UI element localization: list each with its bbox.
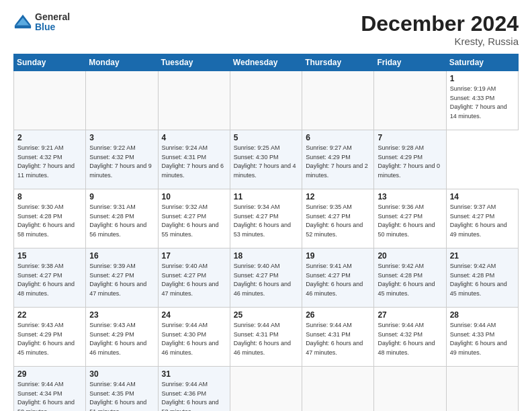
day-info: Sunrise: 9:44 AMSunset: 4:32 PMDaylight:…	[378, 321, 442, 357]
day-info: Sunrise: 9:35 AMSunset: 4:27 PMDaylight:…	[306, 203, 370, 239]
day-cell-3: 3Sunrise: 9:22 AMSunset: 4:32 PMDaylight…	[86, 130, 158, 189]
logo: General Blue	[13, 12, 70, 33]
day-cell-10: 10Sunrise: 9:32 AMSunset: 4:27 PMDayligh…	[158, 189, 230, 248]
calendar-table: Sunday Monday Tuesday Wednesday Thursday…	[13, 54, 519, 411]
day-info: Sunrise: 9:43 AMSunset: 4:29 PMDaylight:…	[89, 321, 154, 357]
day-info: Sunrise: 9:43 AMSunset: 4:29 PMDaylight:…	[17, 321, 82, 357]
day-number: 24	[162, 310, 226, 320]
day-number: 17	[162, 251, 226, 261]
day-number: 10	[162, 192, 226, 201]
day-number: 27	[378, 310, 442, 320]
day-info: Sunrise: 9:44 AMSunset: 4:34 PMDaylight:…	[17, 380, 82, 411]
day-number: 13	[378, 192, 442, 201]
day-info: Sunrise: 9:41 AMSunset: 4:27 PMDaylight:…	[306, 262, 370, 298]
day-number: 6	[306, 133, 370, 142]
day-info: Sunrise: 9:42 AMSunset: 4:28 PMDaylight:…	[378, 262, 442, 298]
day-cell-18: 18Sunrise: 9:40 AMSunset: 4:27 PMDayligh…	[230, 248, 302, 308]
day-number: 18	[234, 251, 298, 261]
day-number: 12	[306, 192, 370, 201]
day-cell-7: 7Sunrise: 9:28 AMSunset: 4:29 PMDaylight…	[374, 130, 446, 189]
day-info: Sunrise: 9:38 AMSunset: 4:27 PMDaylight:…	[17, 262, 82, 298]
day-cell-30: 30Sunrise: 9:44 AMSunset: 4:35 PMDayligh…	[86, 367, 158, 411]
day-number: 5	[234, 133, 298, 142]
day-cell-12: 12Sunrise: 9:35 AMSunset: 4:27 PMDayligh…	[302, 189, 374, 248]
day-info: Sunrise: 9:40 AMSunset: 4:27 PMDaylight:…	[162, 262, 226, 298]
day-info: Sunrise: 9:27 AMSunset: 4:29 PMDaylight:…	[306, 144, 370, 180]
day-number: 28	[450, 310, 515, 320]
day-number: 31	[162, 369, 226, 379]
logo-blue-text: Blue	[35, 22, 70, 32]
day-number: 20	[378, 251, 442, 261]
calendar-week-1: 2Sunrise: 9:21 AMSunset: 4:32 PMDaylight…	[14, 130, 519, 189]
logo-text: General Blue	[35, 12, 70, 33]
day-info: Sunrise: 9:44 AMSunset: 4:31 PMDaylight:…	[306, 321, 370, 357]
day-cell-28: 28Sunrise: 9:44 AMSunset: 4:33 PMDayligh…	[446, 308, 518, 367]
day-cell-21: 21Sunrise: 9:42 AMSunset: 4:28 PMDayligh…	[446, 248, 518, 308]
day-cell-9: 9Sunrise: 9:31 AMSunset: 4:28 PMDaylight…	[86, 189, 158, 248]
col-thursday: Thursday	[302, 54, 374, 71]
day-cell-19: 19Sunrise: 9:41 AMSunset: 4:27 PMDayligh…	[302, 248, 374, 308]
day-number: 4	[162, 133, 226, 142]
day-info: Sunrise: 9:28 AMSunset: 4:29 PMDaylight:…	[378, 144, 442, 180]
title-month: December 2024	[361, 12, 519, 36]
day-info: Sunrise: 9:30 AMSunset: 4:28 PMDaylight:…	[17, 203, 82, 239]
day-number: 3	[89, 133, 154, 142]
day-info: Sunrise: 9:25 AMSunset: 4:30 PMDaylight:…	[234, 144, 298, 180]
day-info: Sunrise: 9:37 AMSunset: 4:27 PMDaylight:…	[450, 203, 515, 239]
day-cell-24: 24Sunrise: 9:44 AMSunset: 4:30 PMDayligh…	[158, 308, 230, 367]
day-number: 1	[450, 74, 515, 83]
empty-cell	[374, 71, 446, 130]
day-number: 25	[234, 310, 298, 320]
day-cell-26: 26Sunrise: 9:44 AMSunset: 4:31 PMDayligh…	[302, 308, 374, 367]
day-number: 23	[89, 310, 154, 320]
empty-cell	[302, 71, 374, 130]
svg-rect-2	[15, 26, 31, 29]
day-number: 15	[17, 251, 82, 261]
day-cell-29: 29Sunrise: 9:44 AMSunset: 4:34 PMDayligh…	[14, 367, 86, 411]
day-cell-22: 22Sunrise: 9:43 AMSunset: 4:29 PMDayligh…	[14, 308, 86, 367]
day-number: 11	[234, 192, 298, 201]
empty-cell	[446, 367, 518, 411]
col-friday: Friday	[374, 54, 446, 71]
col-tuesday: Tuesday	[158, 54, 230, 71]
col-wednesday: Wednesday	[230, 54, 302, 71]
day-number: 16	[89, 251, 154, 261]
calendar-header-row: Sunday Monday Tuesday Wednesday Thursday…	[14, 54, 519, 71]
day-info: Sunrise: 9:19 AMSunset: 4:33 PMDaylight:…	[450, 85, 515, 121]
empty-cell	[14, 71, 86, 130]
logo-general-text: General	[35, 12, 70, 22]
day-info: Sunrise: 9:21 AMSunset: 4:32 PMDaylight:…	[17, 144, 82, 180]
day-number: 9	[89, 192, 154, 201]
day-number: 29	[17, 369, 82, 379]
logo-icon	[13, 13, 32, 32]
day-cell-6: 6Sunrise: 9:27 AMSunset: 4:29 PMDaylight…	[302, 130, 374, 189]
day-cell-14: 14Sunrise: 9:37 AMSunset: 4:27 PMDayligh…	[446, 189, 518, 248]
day-info: Sunrise: 9:44 AMSunset: 4:30 PMDaylight:…	[162, 321, 226, 357]
day-cell-23: 23Sunrise: 9:43 AMSunset: 4:29 PMDayligh…	[86, 308, 158, 367]
col-monday: Monday	[86, 54, 158, 71]
calendar-week-3: 15Sunrise: 9:38 AMSunset: 4:27 PMDayligh…	[14, 248, 519, 308]
day-cell-8: 8Sunrise: 9:30 AMSunset: 4:28 PMDaylight…	[14, 189, 86, 248]
day-cell-25: 25Sunrise: 9:44 AMSunset: 4:31 PMDayligh…	[230, 308, 302, 367]
day-number: 8	[17, 192, 82, 201]
day-number: 26	[306, 310, 370, 320]
header: General Blue December 2024 Kresty, Russi…	[13, 12, 519, 47]
day-cell-17: 17Sunrise: 9:40 AMSunset: 4:27 PMDayligh…	[158, 248, 230, 308]
title-location: Kresty, Russia	[361, 36, 519, 47]
day-info: Sunrise: 9:24 AMSunset: 4:31 PMDaylight:…	[162, 144, 226, 180]
calendar-week-5: 29Sunrise: 9:44 AMSunset: 4:34 PMDayligh…	[14, 367, 519, 411]
day-number: 19	[306, 251, 370, 261]
day-info: Sunrise: 9:44 AMSunset: 4:33 PMDaylight:…	[450, 321, 515, 357]
day-number: 2	[17, 133, 82, 142]
day-info: Sunrise: 9:22 AMSunset: 4:32 PMDaylight:…	[89, 144, 154, 180]
day-cell-27: 27Sunrise: 9:44 AMSunset: 4:32 PMDayligh…	[374, 308, 446, 367]
col-saturday: Saturday	[446, 54, 518, 71]
day-cell-5: 5Sunrise: 9:25 AMSunset: 4:30 PMDaylight…	[230, 130, 302, 189]
day-number: 21	[450, 251, 515, 261]
title-block: December 2024 Kresty, Russia	[361, 12, 519, 47]
day-info: Sunrise: 9:44 AMSunset: 4:35 PMDaylight:…	[89, 380, 154, 411]
empty-cell	[158, 71, 230, 130]
day-info: Sunrise: 9:44 AMSunset: 4:36 PMDaylight:…	[162, 380, 226, 411]
day-info: Sunrise: 9:36 AMSunset: 4:27 PMDaylight:…	[378, 203, 442, 239]
empty-cell	[302, 367, 374, 411]
